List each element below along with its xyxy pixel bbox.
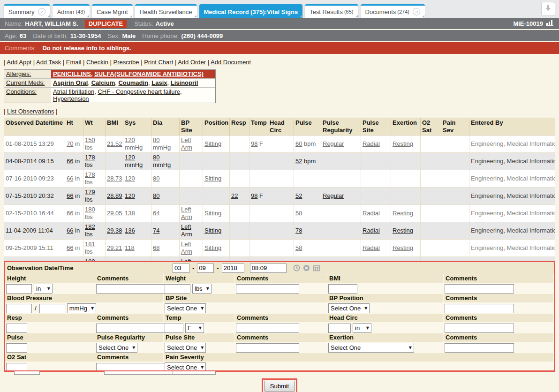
bp-position-select[interactable]: Select One▼	[328, 303, 370, 313]
o2-comments-input[interactable]	[96, 363, 169, 371]
summary-item-aspirin-oral[interactable]: Aspirin Oral	[53, 79, 88, 86]
bp-site-select[interactable]: Select One▼	[165, 303, 206, 313]
calendar-icon[interactable]	[313, 264, 320, 271]
dia-link[interactable]: 74	[153, 227, 159, 234]
weight-unit-select[interactable]: lbs▼	[192, 284, 212, 294]
external-link-icon[interactable]: ↗	[413, 8, 420, 15]
position-link[interactable]: Sitting	[204, 175, 221, 182]
external-link-icon[interactable]: ↗	[38, 8, 45, 15]
position-link[interactable]: Sitting	[204, 210, 221, 217]
exertion-link[interactable]: Resting	[393, 244, 413, 251]
pulse-regularity-link[interactable]: Regular	[323, 140, 344, 147]
action-link-print-chart[interactable]: Print Chart	[144, 59, 173, 66]
bp-comments-input[interactable]	[445, 304, 514, 313]
action-link-add-task[interactable]: Add Task	[36, 59, 61, 66]
time-input[interactable]	[250, 264, 287, 273]
bmi-comments-input[interactable]	[445, 284, 514, 294]
conditions-link[interactable]: Conditions:	[6, 88, 37, 95]
summary-item-lisinopril[interactable]: Lisinopril	[171, 79, 198, 86]
pulse-link[interactable]: 52	[295, 192, 302, 199]
summary-item-penicillins[interactable]: PENICILLINS	[53, 70, 91, 77]
position-link[interactable]: Sitting	[204, 140, 221, 147]
height-input[interactable]	[6, 284, 32, 294]
bmi-input[interactable]	[328, 284, 357, 294]
pulse-regularity-link[interactable]: Regular	[323, 192, 344, 199]
dia-link[interactable]: 80	[153, 154, 159, 161]
date-year-input[interactable]	[222, 264, 244, 273]
ht-link[interactable]: 66	[67, 244, 73, 251]
download-button[interactable]	[541, 2, 555, 16]
summary-item-atrial-fibrillation[interactable]: Atrial fibrillation	[53, 88, 94, 95]
pulse-site-link[interactable]: Radial	[363, 227, 380, 234]
exertion-link[interactable]: Resting	[393, 227, 413, 234]
pulse-site-link[interactable]: Radial	[363, 210, 380, 217]
bmi-link[interactable]: 29.05	[107, 210, 122, 217]
resp-comments-input[interactable]	[96, 324, 169, 333]
pulse-site-select[interactable]: Select One▼	[165, 343, 206, 353]
bp-site-link[interactable]: Left Arm	[181, 258, 192, 261]
bmi-link[interactable]: 28.89	[107, 192, 122, 199]
o2-comments-input-clipped[interactable]	[104, 371, 177, 375]
tab-health-surveillance[interactable]: Health Surveillance	[135, 4, 197, 18]
weight-input[interactable]	[165, 284, 190, 294]
action-link-add-document[interactable]: Add Document	[211, 59, 251, 66]
wt-link[interactable]: 182	[85, 223, 95, 230]
pulse-site-link[interactable]: Radial	[363, 244, 380, 251]
pulse-link[interactable]: 58	[295, 244, 302, 251]
current-meds-link[interactable]: Current Meds:	[6, 79, 45, 86]
head-circ-unit-select[interactable]: in▼	[353, 323, 371, 333]
action-link-email[interactable]: Email	[66, 59, 82, 66]
clock-icon[interactable]	[293, 264, 300, 271]
action-link-checkin[interactable]: Checkin	[86, 59, 108, 66]
exertion-link[interactable]: Resting	[393, 210, 413, 217]
date-month-input[interactable]	[173, 264, 189, 273]
ht-link[interactable]: 66	[67, 192, 73, 199]
bp-site-link[interactable]: Left Arm	[181, 241, 192, 255]
pain-severity-select[interactable]: Select One▼	[165, 362, 206, 370]
temp-unit-select[interactable]: F▼	[185, 323, 204, 333]
o2-sat-input-clipped[interactable]	[14, 371, 40, 375]
summary-item-calcium[interactable]: Calcium	[91, 79, 115, 86]
exertion-select[interactable]: Select One▼	[328, 343, 414, 353]
chart-icon[interactable]	[546, 19, 554, 28]
summary-item-hypertension[interactable]: Hypertension	[53, 95, 89, 102]
resp-input[interactable]	[6, 324, 27, 333]
bmi-link[interactable]: 29.21	[107, 244, 122, 251]
temp-input[interactable]	[165, 324, 183, 333]
pulse-input[interactable]	[6, 343, 27, 353]
exertion-link[interactable]: Resting	[393, 140, 413, 147]
date-day-input[interactable]	[197, 264, 214, 273]
o2-sat-input[interactable]	[6, 363, 27, 371]
ht-link[interactable]: 66	[67, 210, 73, 217]
pain-severity-select-clipped[interactable]	[173, 371, 216, 375]
wt-link[interactable]: 178	[85, 154, 95, 161]
head-circ-input[interactable]	[328, 324, 351, 333]
pulse-site-link[interactable]: Radial	[363, 140, 380, 147]
tab-documents[interactable]: Documents(274)↗	[361, 4, 425, 18]
action-link-add-order[interactable]: Add Order	[178, 59, 206, 66]
temp-link[interactable]: 98	[251, 192, 257, 199]
pulse-comments-input[interactable]	[236, 343, 299, 353]
pulse-regularity-select[interactable]: Select One▼	[96, 343, 137, 353]
summary-item-sulfa-sulfonamide-antibiotics[interactable]: SULFA(SULFONAMIDE ANTIBIOTICS)	[94, 70, 204, 77]
list-observations-link[interactable]: List Observations	[7, 108, 54, 115]
bp-diastolic-input[interactable]	[39, 304, 65, 313]
bp-systolic-input[interactable]	[6, 304, 32, 313]
summary-item-coumadin[interactable]: Coumadin	[118, 79, 148, 86]
action-link-add-appt[interactable]: Add Appt	[7, 59, 31, 66]
tab-admin[interactable]: Admin(43)	[53, 4, 90, 18]
bmi-link[interactable]: 21.52	[107, 140, 122, 147]
ht-link[interactable]: 70	[67, 140, 73, 147]
tab-case-mgmt[interactable]: Case Mgmt	[92, 4, 132, 18]
sys-link[interactable]: 120	[125, 136, 135, 143]
bp-site-link[interactable]: Left Arm	[181, 223, 192, 238]
dia-link[interactable]: 80	[153, 136, 159, 143]
height-comments-input[interactable]	[96, 284, 169, 294]
pulse-link[interactable]: 52	[295, 158, 302, 165]
temp-link[interactable]: 98	[251, 140, 257, 147]
sys-link[interactable]: 120	[125, 175, 135, 182]
submit-button[interactable]: Submit	[264, 381, 295, 392]
ht-link[interactable]: 66	[67, 227, 73, 234]
duplicate-badge[interactable]: DUPLICATE	[85, 20, 127, 28]
sys-link[interactable]: 120	[125, 192, 135, 199]
